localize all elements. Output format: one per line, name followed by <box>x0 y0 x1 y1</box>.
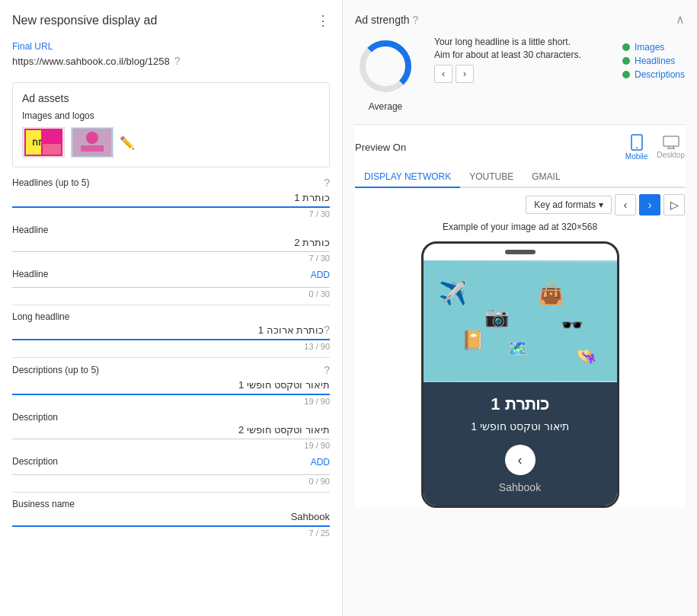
ad-headline: כותרת 1 <box>436 394 605 414</box>
headline-1-value: כותרת 1 <box>12 192 330 203</box>
headline-3-sublabel: Headline <box>12 269 48 279</box>
svg-point-11 <box>636 147 638 148</box>
mobile-device-button[interactable]: Mobile <box>625 134 647 161</box>
preview-header: Preview On Mobile Deskto <box>355 134 685 161</box>
descriptions-dot <box>622 71 630 78</box>
preview-next-button[interactable]: › <box>639 194 660 215</box>
strength-item-descriptions[interactable]: Descriptions <box>622 69 685 80</box>
strength-item-images[interactable]: Images <box>622 42 685 53</box>
svg-text:👒: 👒 <box>576 346 597 366</box>
headlines-help-icon[interactable]: ? <box>324 177 330 189</box>
preview-prev-button[interactable]: ‹ <box>615 194 636 215</box>
headlines-label: Headlines <box>635 56 675 66</box>
images-label: Images <box>635 42 664 53</box>
business-name-section: Business name Sahbook 7 / 25 <box>12 499 330 538</box>
divider-3 <box>12 492 330 493</box>
headlines-dot <box>622 57 630 65</box>
preview-caption: Example of your image ad at 320×568 <box>355 222 685 232</box>
key-ad-formats-button[interactable]: Key ad formats ▾ <box>526 196 612 214</box>
divider-2 <box>12 357 330 358</box>
svg-text:🗺️: 🗺️ <box>507 338 529 359</box>
final-url-value: https://www.sahbook.co.il/blog/1258 <box>12 56 170 67</box>
mobile-label: Mobile <box>625 152 647 161</box>
headline-2-count: 7 / 30 <box>12 254 330 263</box>
svg-point-6 <box>86 132 98 144</box>
ad-image-area: ✈️ 📷 👜 🕶️ 📔 🗺️ 👒 <box>424 260 617 382</box>
description-2-row[interactable]: תיאור וטקסט חופשי 2 <box>12 424 330 439</box>
tip-next-button[interactable]: › <box>456 65 474 83</box>
description-add-button[interactable]: ADD <box>311 457 330 468</box>
phone-mockup: ✈️ 📷 👜 🕶️ 📔 🗺️ 👒 כותרת 1 תיאו <box>421 241 619 508</box>
final-url-label: Final URL <box>12 41 330 52</box>
format-btn-label: Key ad formats <box>534 199 596 210</box>
tab-display-network[interactable]: DISPLAY NETWORK <box>355 167 460 188</box>
format-row: Key ad formats ▾ ‹ › ▷ <box>355 194 685 215</box>
ad-strength-header: Ad strength ? ∧ <box>355 12 685 27</box>
description-1-value: תיאור וטקסט חופשי 1 <box>12 379 330 391</box>
headline-2-row[interactable]: כותרת 2 <box>12 237 330 252</box>
tab-gmail[interactable]: GMAIL <box>523 167 569 188</box>
donut-container: Average <box>355 36 416 112</box>
ad-strength-help-icon[interactable]: ? <box>413 14 419 26</box>
descriptions-section: Descriptions (up to 5) ? תיאור וטקסט חופ… <box>12 364 330 486</box>
panel-header: New responsive display ad ⋮ <box>12 12 330 29</box>
svg-text:👜: 👜 <box>538 281 564 306</box>
desktop-label: Desktop <box>657 151 685 159</box>
headline-1-count: 7 / 30 <box>12 209 330 219</box>
business-name-row[interactable]: Sahbook <box>12 511 330 527</box>
description-3-count: 0 / 90 <box>12 477 330 486</box>
headlines-section: Headlines (up to 5) ? כותרת 1 7 / 30 Hea… <box>12 177 330 298</box>
headline-3-header: Headline ADD <box>12 269 330 281</box>
svg-text:📷: 📷 <box>484 305 510 329</box>
preview-on-label: Preview On <box>355 142 406 153</box>
ad-content-area: כותרת 1 תיאור וטקסט חופשי 1 ‹ Sahbook <box>424 382 617 506</box>
tip-prev-button[interactable]: ‹ <box>434 65 452 83</box>
headlines-header: Headlines (up to 5) ? <box>12 177 330 189</box>
business-name-label: Business name <box>12 499 330 509</box>
headline-1-row[interactable]: כותרת 1 <box>12 192 330 208</box>
right-panel: Ad strength ? ∧ Average Your long headli… <box>343 0 697 616</box>
descriptions-help-icon[interactable]: ? <box>324 364 330 376</box>
images-dot <box>622 43 630 51</box>
description-3-row[interactable] <box>12 471 330 475</box>
tip-area: Your long headline is a little short. Ai… <box>434 36 604 83</box>
collapse-icon[interactable]: ∧ <box>676 12 685 27</box>
headline-3-row[interactable] <box>12 284 330 288</box>
description-1-count: 19 / 90 <box>12 397 330 406</box>
description-1-row[interactable]: תיאור וטקסט חופשי 1 <box>12 379 330 395</box>
long-headline-help-icon[interactable]: ? <box>324 324 330 336</box>
left-panel: New responsive display ad ⋮ Final URL ht… <box>0 0 343 616</box>
headline-2-sublabel: Headline <box>12 225 330 235</box>
tip-nav-arrows: ‹ › <box>434 65 604 83</box>
image-thumb-2[interactable] <box>71 127 114 158</box>
panel-title: New responsive display ad <box>12 14 157 27</box>
desktop-device-button[interactable]: Desktop <box>657 136 685 159</box>
desktop-icon <box>663 136 679 149</box>
descriptions-group-label: Descriptions (up to 5) <box>12 365 99 375</box>
dropdown-arrow-icon: ▾ <box>599 199 603 210</box>
svg-rect-12 <box>663 136 679 146</box>
descriptions-label: Descriptions <box>635 69 685 80</box>
preview-expand-button[interactable]: ▷ <box>663 194 685 215</box>
ad-description: תיאור וטקסט חופשי 1 <box>436 420 605 432</box>
ad-strength-title-row: Ad strength ? <box>355 14 418 26</box>
final-url-group: Final URL https://www.sahbook.co.il/blog… <box>12 41 330 67</box>
headline-2-value: כותרת 2 <box>12 237 330 248</box>
mobile-icon <box>630 134 644 151</box>
long-headline-count: 13 / 90 <box>12 342 330 351</box>
tab-youtube[interactable]: YOUTUBE <box>460 167 523 188</box>
kebab-menu-icon[interactable]: ⋮ <box>316 12 330 29</box>
donut-chart <box>355 36 416 97</box>
ad-nav-button[interactable]: ‹ <box>505 445 536 475</box>
images-logos-label: Images and logos <box>22 110 320 121</box>
strength-item-headlines[interactable]: Headlines <box>622 56 685 66</box>
final-url-row: https://www.sahbook.co.il/blog/1258 ? <box>12 55 330 67</box>
edit-images-icon[interactable]: ✏️ <box>120 136 135 150</box>
description-2-value: תיאור וטקסט חופשי 2 <box>12 424 330 436</box>
headline-add-button[interactable]: ADD <box>311 270 330 280</box>
image-thumb-1[interactable]: זח <box>22 127 65 158</box>
final-url-help-icon[interactable]: ? <box>174 55 181 67</box>
long-headline-row[interactable]: כותרת ארוכה 1 ? <box>12 324 330 340</box>
long-headline-section: Long headline כותרת ארוכה 1 ? 13 / 90 <box>12 311 330 351</box>
donut-label: Average <box>369 101 402 112</box>
